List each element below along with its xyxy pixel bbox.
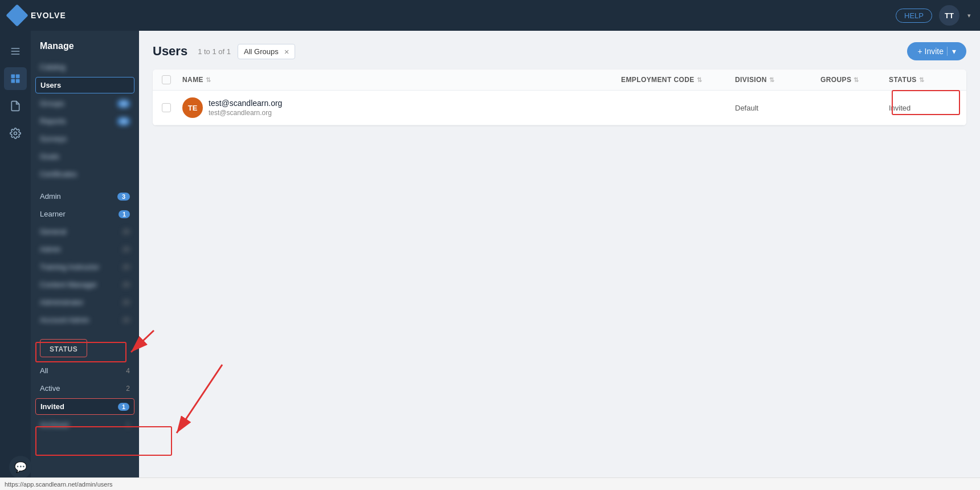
invite-caret[interactable]: ▾ bbox=[947, 47, 956, 56]
sidebar-item-reports[interactable]: Reports 3 bbox=[31, 112, 139, 130]
user-info: test@scandlearn.org test@scandlearn.org bbox=[209, 99, 282, 117]
sidebar-item-account-admin[interactable]: Account Admin 20 bbox=[31, 311, 139, 329]
sidebar-item-groups[interactable]: Groups 3 bbox=[31, 95, 139, 112]
sidebar-item-general[interactable]: General 20 bbox=[31, 223, 139, 240]
invite-label: + Invite bbox=[917, 47, 944, 56]
sidebar-item-administrator[interactable]: Administrator 20 bbox=[31, 293, 139, 311]
svg-point-4 bbox=[14, 132, 17, 135]
sidebar-item-users[interactable]: Users bbox=[35, 77, 134, 93]
avatar-caret[interactable]: ▾ bbox=[967, 12, 971, 19]
sidebar-icon-settings[interactable] bbox=[4, 122, 27, 145]
logo-icon bbox=[6, 4, 28, 27]
sidebar-icon-nav[interactable] bbox=[4, 40, 27, 63]
filter-close-button[interactable]: × bbox=[284, 47, 289, 56]
sidebar-item-learner[interactable]: Learner 1 bbox=[31, 205, 139, 223]
sidebar-icon-manage[interactable] bbox=[4, 67, 27, 90]
status-section-label: STATUS bbox=[40, 339, 87, 357]
icon-sidebar bbox=[0, 31, 31, 490]
sidebar-item-goals[interactable]: Goals bbox=[31, 148, 139, 165]
chat-icon: 💬 bbox=[14, 461, 27, 473]
chat-button[interactable]: 💬 bbox=[9, 456, 32, 479]
sidebar-item-certificates[interactable]: Certificates bbox=[31, 165, 139, 183]
manage-sidebar: Manage Catalog Users Groups 3 Reports 3 … bbox=[31, 31, 139, 490]
help-button[interactable]: HELP bbox=[896, 9, 932, 23]
svg-rect-0 bbox=[11, 75, 15, 79]
topbar-right: HELP TT ▾ bbox=[896, 5, 971, 26]
status-active[interactable]: Active 2 bbox=[31, 379, 139, 397]
select-all-checkbox[interactable] bbox=[162, 75, 171, 84]
col-division: DIVISION ⇅ bbox=[735, 76, 820, 84]
user-email2: test@scandlearn.org bbox=[209, 109, 282, 117]
sidebar-item-admin2[interactable]: Admin 20 bbox=[31, 240, 139, 258]
topbar-left: EVOLVE bbox=[9, 7, 66, 23]
status-section: STATUS All 4 Active 2 Invited 1 Archived… bbox=[31, 329, 139, 436]
col-name: NAME ⇅ bbox=[182, 76, 621, 84]
users-count: 1 to 1 of 1 bbox=[198, 47, 231, 56]
svg-rect-2 bbox=[11, 79, 15, 83]
status-all[interactable]: All 4 bbox=[31, 362, 139, 379]
users-title-area: Users 1 to 1 of 1 All Groups × bbox=[153, 44, 295, 59]
user-name-cell: TE test@scandlearn.org test@scandlearn.o… bbox=[182, 97, 621, 118]
page-title: Users bbox=[153, 44, 187, 59]
status-invited[interactable]: Invited 1 bbox=[35, 398, 134, 415]
user-division: Default bbox=[735, 104, 820, 112]
user-status: Invited bbox=[889, 104, 957, 112]
avatar-button[interactable]: TT bbox=[939, 5, 959, 26]
users-header: Users 1 to 1 of 1 All Groups × + Invite … bbox=[153, 42, 966, 60]
col-status: STATUS ⇅ bbox=[889, 76, 957, 84]
filter-tag: All Groups × bbox=[238, 44, 295, 59]
statusbar-url: https://app.scandlearn.net/admin/users bbox=[5, 481, 113, 488]
emp-sort-icon[interactable]: ⇅ bbox=[697, 76, 702, 84]
name-sort-icon[interactable]: ⇅ bbox=[206, 76, 211, 84]
user-email: test@scandlearn.org bbox=[209, 99, 282, 108]
svg-rect-3 bbox=[16, 79, 20, 83]
sidebar-item-catalog[interactable]: Catalog bbox=[31, 58, 139, 76]
statusbar: https://app.scandlearn.net/admin/users bbox=[0, 477, 980, 490]
table-row[interactable]: TE test@scandlearn.org test@scandlearn.o… bbox=[153, 91, 966, 125]
user-avatar: TE bbox=[182, 97, 203, 118]
grp-sort-icon[interactable]: ⇅ bbox=[854, 76, 859, 84]
table-header: NAME ⇅ EMPLOYMENT CODE ⇅ DIVISION ⇅ GROU… bbox=[153, 70, 966, 91]
col-groups: GROUPS ⇅ bbox=[820, 76, 889, 84]
div-sort-icon[interactable]: ⇅ bbox=[769, 76, 774, 84]
topbar: EVOLVE HELP TT ▾ bbox=[0, 0, 980, 31]
filter-tag-label: All Groups bbox=[244, 47, 279, 56]
invite-button[interactable]: + Invite ▾ bbox=[907, 42, 966, 60]
main-content: Users 1 to 1 of 1 All Groups × + Invite … bbox=[139, 31, 980, 490]
sidebar-item-admin[interactable]: Admin 3 bbox=[31, 187, 139, 205]
users-table: NAME ⇅ EMPLOYMENT CODE ⇅ DIVISION ⇅ GROU… bbox=[153, 70, 966, 125]
row-checkbox[interactable] bbox=[162, 103, 171, 112]
logo-text: EVOLVE bbox=[31, 11, 66, 20]
col-employment-code: EMPLOYMENT CODE ⇅ bbox=[621, 76, 735, 84]
status-sort-icon[interactable]: ⇅ bbox=[919, 76, 924, 84]
status-other[interactable]: Archived 1 bbox=[31, 416, 139, 434]
sidebar-item-content-manager[interactable]: Content Manager 20 bbox=[31, 276, 139, 293]
manage-header: Manage bbox=[31, 31, 139, 58]
sidebar-icon-document[interactable] bbox=[4, 95, 27, 117]
sidebar-item-surveys[interactable]: Surveys bbox=[31, 130, 139, 148]
svg-rect-1 bbox=[16, 75, 20, 79]
sidebar-item-training-instructor[interactable]: Training Instructor 20 bbox=[31, 258, 139, 276]
